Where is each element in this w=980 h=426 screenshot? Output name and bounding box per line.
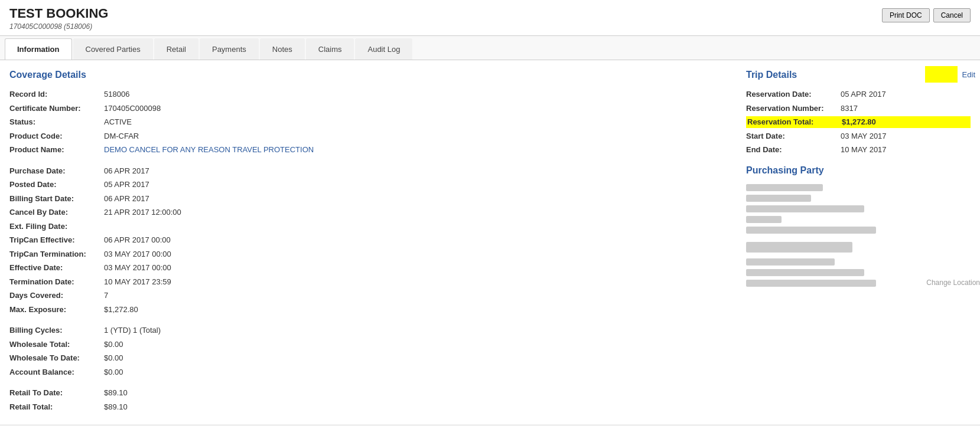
field-retail-total: Retail Total: $89.10 [9,401,737,413]
print-doc-button[interactable]: Print DOC [882,8,930,22]
field-label-max-exposure: Max. Exposure: [9,304,104,316]
field-cancel-by-date: Cancel By Date: 21 APR 2017 12:00:00 [9,207,737,218]
field-max-exposure: Max. Exposure: $1,272.80 [9,304,737,316]
field-wholesale-to-date: Wholesale To Date: $0.00 [9,352,737,364]
purchasing-party-line1 [746,184,823,191]
purchasing-party-line2 [746,195,811,202]
field-value-start-date: 03 MAY 2017 [841,130,887,142]
field-posted-date: Posted Date: 05 APR 2017 [9,179,737,191]
page-header: TEST BOOKING 170405C000098 (518006) Prin… [0,0,980,36]
field-value-tripcan-termination: 03 MAY 2017 00:00 [104,248,171,260]
page-subtitle: 170405C000098 (518006) [9,22,108,31]
field-ext-filing-date: Ext. Filing Date: [9,221,737,232]
field-status: Status: ACTIVE [9,116,737,128]
field-label-retail-to-date: Retail To Date: [9,387,104,399]
field-label-effective-date: Effective Date: [9,262,104,274]
field-label-wholesale-to-date: Wholesale To Date: [9,352,104,364]
field-effective-date: Effective Date: 03 MAY 2017 00:00 [9,262,737,274]
field-reservation-total: Reservation Total: $1,272.80 [746,116,971,128]
field-value-wholesale-total: $0.00 [104,339,123,350]
field-label-retail-total: Retail Total: [9,401,104,413]
tab-retail[interactable]: Retail [154,38,198,60]
field-label-end-date: End Date: [746,144,841,156]
field-label-billing-cycles: Billing Cycles: [9,325,104,336]
field-value-cancel-by-date: 21 APR 2017 12:00:00 [104,207,181,218]
primary-destination-line2 [746,269,864,276]
field-label-start-date: Start Date: [746,130,841,142]
field-value-reservation-total: $1,272.80 [842,116,876,128]
primary-destination-title [746,242,852,253]
field-label-product-code: Product Code: [9,130,104,142]
primary-destination-line3 [746,280,876,287]
field-label-tripcan-termination: TripCan Termination: [9,248,104,260]
tab-payments[interactable]: Payments [200,38,259,60]
field-value-billing-cycles: 1 (YTD) 1 (Total) [104,325,161,336]
edit-area: Edit [925,66,980,83]
field-record-id: Record Id: 518006 [9,89,737,100]
header-actions: Print DOC Cancel [882,8,971,22]
field-value-reservation-date: 05 APR 2017 [841,89,886,100]
purchasing-party-line5 [746,227,876,234]
field-value-termination-date: 10 MAY 2017 23:59 [104,276,171,288]
field-product-code: Product Code: DM-CFAR [9,130,737,142]
field-tripcan-termination: TripCan Termination: 03 MAY 2017 00:00 [9,248,737,260]
field-reservation-number: Reservation Number: 8317 [746,103,971,114]
field-days-covered: Days Covered: 7 [9,290,737,302]
field-value-purchase-date: 06 APR 2017 [104,165,149,177]
field-cert-number: Certificate Number: 170405C000098 [9,103,737,114]
field-retail-to-date: Retail To Date: $89.10 [9,387,737,399]
field-label-wholesale-total: Wholesale Total: [9,339,104,350]
field-label-posted-date: Posted Date: [9,179,104,191]
field-value-retail-to-date: $89.10 [104,387,128,399]
field-label-purchase-date: Purchase Date: [9,165,104,177]
field-billing-start-date: Billing Start Date: 06 APR 2017 [9,193,737,205]
field-label-status: Status: [9,116,104,128]
field-wholesale-total: Wholesale Total: $0.00 [9,339,737,350]
edit-highlight-block [925,66,958,83]
primary-destination-section: Change Location [746,242,971,287]
field-value-status: ACTIVE [104,116,132,128]
field-tripcan-effective: TripCan Effective: 06 APR 2017 00:00 [9,234,737,246]
tab-claims[interactable]: Claims [306,38,354,60]
field-billing-cycles: Billing Cycles: 1 (YTD) 1 (Total) [9,325,737,336]
field-account-balance: Account Balance: $0.00 [9,366,737,378]
field-product-name: Product Name: DEMO CANCEL FOR ANY REASON… [9,144,737,156]
field-value-cert-number: 170405C000098 [104,103,161,114]
header-left: TEST BOOKING 170405C000098 (518006) [9,6,108,31]
tab-covered-parties[interactable]: Covered Parties [73,38,153,60]
page-title: TEST BOOKING [9,6,108,21]
primary-destination-line1 [746,258,835,266]
field-purchase-date: Purchase Date: 06 APR 2017 [9,165,737,177]
change-location-link[interactable]: Change Location [926,278,980,287]
field-value-tripcan-effective: 06 APR 2017 00:00 [104,234,171,246]
right-panel: Edit Trip Details Reservation Date: 05 A… [746,70,971,415]
field-label-termination-date: Termination Date: [9,276,104,288]
field-label-reservation-total: Reservation Total: [747,116,842,128]
field-value-product-code: DM-CFAR [104,130,139,142]
field-label-tripcan-effective: TripCan Effective: [9,234,104,246]
field-value-product-name[interactable]: DEMO CANCEL FOR ANY REASON TRAVEL PROTEC… [104,144,314,156]
tab-notes[interactable]: Notes [260,38,305,60]
coverage-details-title: Coverage Details [9,70,737,83]
purchasing-party-section: Purchasing Party [746,165,971,234]
tab-information[interactable]: Information [5,38,72,60]
purchasing-party-line4 [746,216,782,223]
field-label-ext-filing-date: Ext. Filing Date: [9,221,104,232]
field-value-posted-date: 05 APR 2017 [104,179,149,191]
field-start-date: Start Date: 03 MAY 2017 [746,130,971,142]
field-label-reservation-number: Reservation Number: [746,103,841,114]
main-content: Coverage Details Record Id: 518006 Certi… [0,60,980,424]
edit-link[interactable]: Edit [958,70,980,79]
coverage-details-panel: Coverage Details Record Id: 518006 Certi… [9,70,737,415]
cancel-button[interactable]: Cancel [933,8,971,22]
field-label-account-balance: Account Balance: [9,366,104,378]
field-value-days-covered: 7 [104,290,108,302]
tab-audit-log[interactable]: Audit Log [355,38,412,60]
purchasing-party-title: Purchasing Party [746,165,971,178]
field-label-reservation-date: Reservation Date: [746,89,841,100]
tab-bar: Information Covered Parties Retail Payme… [0,36,980,60]
field-reservation-date: Reservation Date: 05 APR 2017 [746,89,971,100]
field-value-billing-start-date: 06 APR 2017 [104,193,149,205]
field-value-account-balance: $0.00 [104,366,123,378]
field-label-product-name: Product Name: [9,144,104,156]
